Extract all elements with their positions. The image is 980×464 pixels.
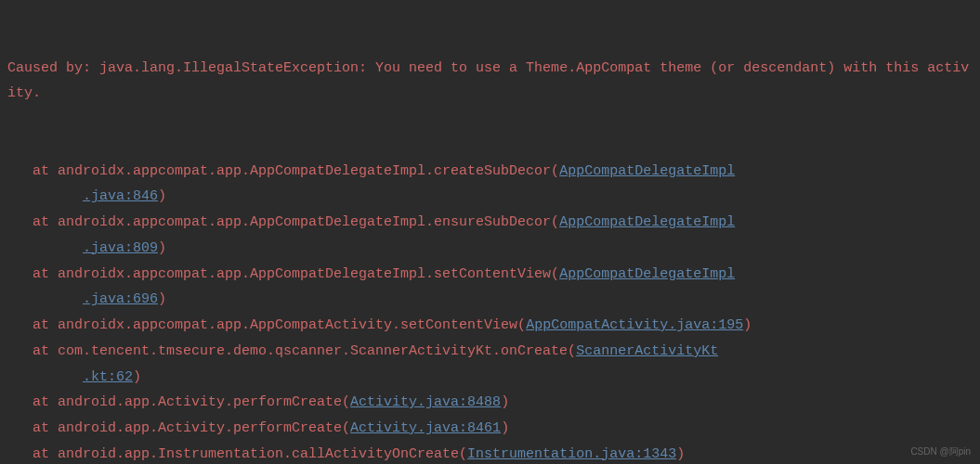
- stack-frame: at android.app.Instrumentation.callActiv…: [33, 442, 973, 464]
- stack-frame: at androidx.appcompat.app.AppCompatActiv…: [33, 313, 973, 339]
- watermark: CSDN @阿pin: [910, 444, 971, 461]
- source-link[interactable]: Activity.java:8461: [350, 420, 501, 436]
- source-link[interactable]: Activity.java:8488: [350, 394, 501, 410]
- source-link[interactable]: .java:696: [83, 291, 158, 307]
- source-link[interactable]: .java:846: [83, 188, 158, 204]
- source-link[interactable]: AppCompatDelegateImpl: [559, 163, 735, 179]
- stack-frame: at com.tencent.tmsecure.demo.qscanner.Sc…: [33, 339, 973, 391]
- source-link[interactable]: ScannerActivityKt: [576, 343, 718, 359]
- stack-frame: at android.app.Activity.performCreate(Ac…: [33, 416, 973, 442]
- stack-frame: at androidx.appcompat.app.AppCompatDeleg…: [33, 262, 973, 314]
- source-link[interactable]: Instrumentation.java:1343: [467, 446, 676, 462]
- stack-trace: Caused by: java.lang.IllegalStateExcepti…: [7, 4, 973, 464]
- stack-frame: at android.app.Activity.performCreate(Ac…: [33, 390, 973, 416]
- source-link[interactable]: .kt:62: [83, 369, 133, 385]
- source-link[interactable]: .java:809: [83, 240, 158, 256]
- stack-frame: at androidx.appcompat.app.AppCompatDeleg…: [33, 210, 973, 262]
- source-link[interactable]: AppCompatDelegateImpl: [559, 266, 735, 282]
- source-link[interactable]: AppCompatDelegateImpl: [559, 214, 735, 230]
- source-link[interactable]: AppCompatActivity.java:195: [526, 317, 743, 333]
- exception-message: Caused by: java.lang.IllegalStateExcepti…: [7, 56, 973, 108]
- stack-frame: at androidx.appcompat.app.AppCompatDeleg…: [33, 159, 973, 211]
